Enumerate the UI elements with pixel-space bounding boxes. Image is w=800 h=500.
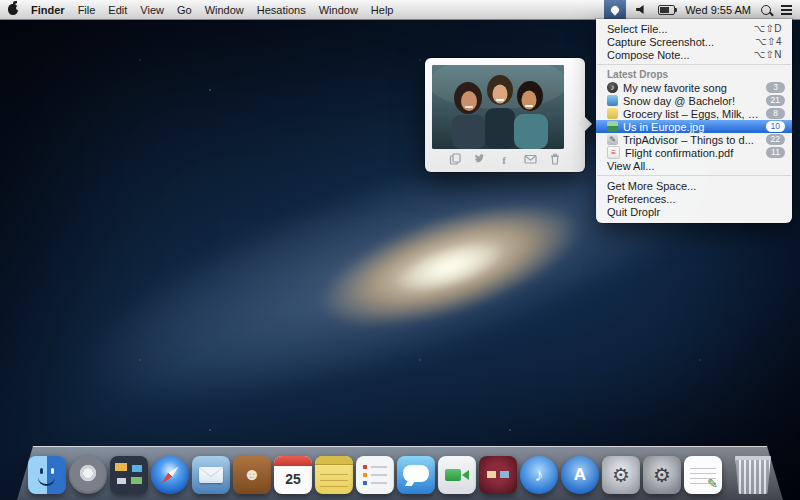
dock-icon-facetime[interactable] <box>438 456 476 494</box>
preview-toolbar: f <box>432 149 578 169</box>
gear-icon: ⚙ <box>612 463 630 487</box>
volume-icon[interactable] <box>636 5 648 15</box>
dock-icon-utilities[interactable]: ⚙ <box>643 456 681 494</box>
shortcut-capture-screenshot: ⌥⇧4 <box>755 36 782 47</box>
dock-icon-reminders[interactable] <box>356 456 394 494</box>
dock-icon-itunes[interactable]: ♪ <box>520 456 558 494</box>
shortcut-select-file: ⌥⇧D <box>753 23 782 34</box>
dock-icon-contacts[interactable]: ☻ <box>233 456 271 494</box>
menu-go[interactable]: Go <box>177 4 192 16</box>
spotlight-icon[interactable] <box>761 5 771 15</box>
drop-item-us-in-europe-selected[interactable]: Us in Europe.jpg 10 <box>596 120 792 133</box>
count-badge: 8 <box>766 108 785 119</box>
count-badge: 10 <box>766 121 785 132</box>
dock: ☻ 25 ♪ A ⚙ ⚙ <box>17 446 783 500</box>
trash-icon[interactable] <box>549 153 562 166</box>
menu-window[interactable]: Window <box>205 4 244 16</box>
dock-icon-system-preferences[interactable]: ⚙ <box>602 456 640 494</box>
menu-item-select-file[interactable]: Select File... ⌥⇧D <box>596 22 792 35</box>
menu-separator <box>597 175 791 176</box>
menu-file[interactable]: File <box>78 4 96 16</box>
dock-icon-trash[interactable] <box>734 456 772 494</box>
menu-item-capture-screenshot[interactable]: Capture Screenshot... ⌥⇧4 <box>596 35 792 48</box>
menubar-clock[interactable]: Wed 9:55 AM <box>685 4 751 16</box>
menu-item-view-all[interactable]: View All... <box>596 159 792 172</box>
count-badge: 3 <box>766 82 785 93</box>
calendar-day: 25 <box>285 471 301 487</box>
menu-edit[interactable]: Edit <box>108 4 127 16</box>
contacts-glyph: ☻ <box>243 465 261 485</box>
drop-item-song[interactable]: ♪ My new favorite song 3 <box>596 81 792 94</box>
note-icon <box>607 108 618 119</box>
drop-preview-popover: f <box>425 58 585 172</box>
menu-help[interactable]: Help <box>371 4 394 16</box>
dock-icon-launchpad[interactable] <box>69 456 107 494</box>
photo-icon <box>607 95 618 106</box>
itunes-glyph: ♪ <box>535 465 544 486</box>
appstore-glyph: A <box>574 465 586 485</box>
count-badge: 11 <box>766 147 785 158</box>
menu-window-2[interactable]: Window <box>319 4 358 16</box>
pdf-icon: ≡ <box>607 146 620 159</box>
drop-preview-photo <box>432 65 564 149</box>
menu-item-quit-droplr[interactable]: Quit Droplr <box>596 205 792 218</box>
droplr-dropdown-menu: Select File... ⌥⇧D Capture Screenshot...… <box>596 19 792 223</box>
count-badge: 21 <box>766 95 785 106</box>
app-menu-finder[interactable]: Finder <box>31 4 65 16</box>
droplr-icon <box>609 4 620 15</box>
dock-icon-app-store[interactable]: A <box>561 456 599 494</box>
menu-item-preferences[interactable]: Preferences... <box>596 192 792 205</box>
menubar-status-area: Wed 9:55 AM <box>604 0 792 19</box>
drop-item-tripadvisor[interactable]: ✎ TripAdvisor – Things to d... 22 <box>596 133 792 146</box>
dock-icon-textedit[interactable] <box>684 456 722 494</box>
gear-icon: ⚙ <box>653 463 671 487</box>
drop-item-snow-day[interactable]: Snow day @ Bachelor! 21 <box>596 94 792 107</box>
menu-hesations[interactable]: Hesations <box>257 4 306 16</box>
dock-icon-messages[interactable] <box>397 456 435 494</box>
apple-menu-icon[interactable] <box>8 4 18 15</box>
dock-icon-mission-control[interactable] <box>110 456 148 494</box>
menu-item-compose-note[interactable]: Compose Note... ⌥⇧N <box>596 48 792 61</box>
dock-icon-notes[interactable] <box>315 456 353 494</box>
shortcut-compose-note: ⌥⇧N <box>753 49 782 60</box>
menu-view[interactable]: View <box>140 4 164 16</box>
battery-icon[interactable] <box>658 5 675 15</box>
menubar-menus: Finder File Edit View Go Window Hesation… <box>8 4 393 16</box>
email-icon[interactable] <box>524 153 537 166</box>
dock-icon-mail[interactable] <box>192 456 230 494</box>
twitter-icon[interactable] <box>474 153 487 166</box>
link-icon: ✎ <box>607 134 618 145</box>
drop-item-grocery-list[interactable]: Grocery list – Eggs, Milk, B... 8 <box>596 107 792 120</box>
menu-item-get-more-space[interactable]: Get More Space... <box>596 179 792 192</box>
dock-icon-calendar[interactable]: 25 <box>274 456 312 494</box>
audio-icon: ♪ <box>607 82 618 93</box>
drop-item-flight-pdf[interactable]: ≡ Flight confirmation.pdf 11 <box>596 146 792 159</box>
menubar: Finder File Edit View Go Window Hesation… <box>0 0 800 20</box>
latest-drops-header: Latest Drops <box>596 68 792 81</box>
copy-icon[interactable] <box>449 153 462 166</box>
image-icon <box>607 121 618 132</box>
facebook-icon[interactable]: f <box>499 153 512 166</box>
dock-icon-finder[interactable] <box>28 456 66 494</box>
notification-center-icon[interactable] <box>781 5 792 7</box>
count-badge: 22 <box>766 134 785 145</box>
menu-separator <box>597 64 791 65</box>
facebook-glyph: f <box>502 154 506 166</box>
dock-icon-safari[interactable] <box>151 456 189 494</box>
dock-icon-photo-booth[interactable] <box>479 456 517 494</box>
droplr-menu-extra[interactable] <box>604 0 626 19</box>
desktop: Finder File Edit View Go Window Hesation… <box>0 0 800 500</box>
dock-icons: ☻ 25 ♪ A ⚙ ⚙ <box>28 456 772 494</box>
